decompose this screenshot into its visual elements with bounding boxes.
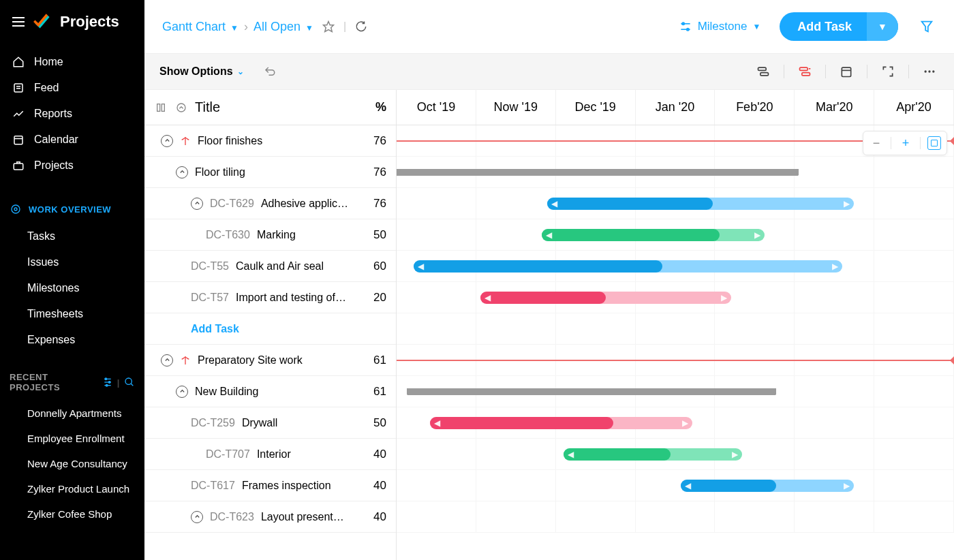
gantt-row[interactable] — [397, 157, 954, 188]
undo-icon[interactable] — [262, 63, 278, 80]
add-task-button[interactable]: Add Task ▼ — [780, 12, 898, 41]
zoom-out-button[interactable]: − — [869, 136, 884, 151]
bar-handle-right[interactable]: ▶ — [754, 230, 760, 240]
task-bar[interactable]: ◀▶ — [564, 448, 742, 461]
collapse-icon[interactable] — [191, 198, 203, 210]
bar-handle-left[interactable]: ◀ — [568, 450, 574, 459]
task-row[interactable]: DC-T57Import and testing of woo..20 — [144, 282, 396, 313]
nav-timesheets[interactable]: Timesheets — [0, 301, 144, 327]
bar-handle-right[interactable]: ▶ — [832, 262, 838, 271]
nav-projects[interactable]: Projects — [0, 153, 144, 178]
gantt-row[interactable] — [397, 501, 954, 533]
task-bar[interactable]: ◀▶ — [430, 417, 692, 429]
nav-issues[interactable]: Issues — [0, 249, 144, 275]
task-bar[interactable]: ◀▶ — [547, 198, 854, 210]
gantt-timeline[interactable]: Oct '19Now '19Dec '19Jan '20Feb'20Mar'20… — [397, 90, 954, 560]
task-bar[interactable]: ◀▶ — [542, 229, 765, 241]
nav-feed[interactable]: Feed — [0, 75, 144, 101]
zoom-in-button[interactable]: + — [898, 136, 913, 151]
recent-project[interactable]: Zylker Cofee Shop — [0, 501, 144, 527]
summary-bar[interactable] — [397, 169, 798, 176]
summary-bar[interactable] — [407, 388, 775, 395]
gantt-row[interactable]: ◀▶ — [397, 439, 954, 470]
bar-handle-right[interactable]: ▶ — [844, 481, 850, 491]
nav-reports[interactable]: Reports — [0, 101, 144, 127]
show-options-toggle[interactable]: Show Options ⌄ — [159, 65, 244, 78]
breadcrumb-view[interactable]: Gantt Chart ▼ — [162, 20, 238, 34]
gantt-row[interactable]: ◀▶ — [397, 188, 954, 219]
task-bar[interactable]: ◀▶ — [681, 480, 854, 492]
work-overview-header[interactable]: WORK OVERVIEW — [0, 184, 144, 223]
task-row[interactable]: Floor tiling76 — [144, 157, 396, 188]
svg-rect-31 — [157, 104, 160, 111]
nav-home[interactable]: Home — [0, 49, 144, 75]
star-icon[interactable] — [320, 18, 337, 35]
filter-icon[interactable] — [917, 17, 936, 36]
fullscreen-icon[interactable] — [878, 62, 897, 81]
gantt-row[interactable]: ◀▶ — [397, 219, 954, 251]
today-icon[interactable] — [837, 62, 856, 81]
add-task-inline[interactable]: Add Task — [191, 323, 348, 335]
recent-project[interactable]: New Age Consultancy — [0, 451, 144, 476]
zoom-fit-button[interactable] — [927, 136, 941, 150]
more-icon[interactable] — [920, 62, 939, 81]
task-row[interactable]: Preparatory Site work61 — [144, 345, 396, 376]
task-row[interactable]: DC-T630Marking50 — [144, 219, 396, 251]
gantt-row[interactable]: ◀▶ — [397, 470, 954, 501]
gantt-row[interactable] — [397, 345, 954, 376]
settings-icon[interactable] — [102, 377, 113, 388]
gantt-row[interactable]: ◀▶ — [397, 282, 954, 313]
breadcrumb-filter[interactable]: All Open ▼ — [253, 20, 313, 34]
collapse-icon[interactable] — [191, 511, 203, 523]
nav-expenses[interactable]: Expenses — [0, 327, 144, 353]
task-row[interactable]: DC-T629Adhesive application76 — [144, 188, 396, 219]
gantt-row[interactable]: ◀▶ — [397, 251, 954, 282]
bar-handle-left[interactable]: ◀ — [546, 230, 552, 240]
task-row[interactable]: Floor finishes76 — [144, 125, 396, 157]
task-name: Adhesive application — [261, 198, 348, 210]
task-row[interactable]: DC-T259Drywall50 — [144, 407, 396, 439]
add-task-dropdown[interactable]: ▼ — [867, 12, 898, 41]
recent-project[interactable]: Donnelly Apartments — [0, 401, 144, 426]
recent-project[interactable]: Zylker Product Launch — [0, 476, 144, 501]
nav-calendar[interactable]: Calendar — [0, 127, 144, 153]
task-row[interactable]: New Building61 — [144, 376, 396, 407]
task-percent: 20 — [355, 291, 386, 305]
bar-handle-right[interactable]: ▶ — [721, 293, 727, 302]
task-row[interactable]: Add Task — [144, 313, 396, 345]
task-row[interactable]: DC-T617Frames inspection40 — [144, 470, 396, 501]
group-by-milestone[interactable]: Milestone ▼ — [679, 20, 761, 33]
bar-handle-left[interactable]: ◀ — [434, 418, 440, 428]
task-row[interactable]: DC-T707Interior40 — [144, 439, 396, 470]
recent-project[interactable]: Employee Enrollment — [0, 426, 144, 451]
task-row[interactable]: DC-T623Layout presentation40 — [144, 501, 396, 533]
collapse-icon[interactable] — [176, 166, 188, 178]
bar-handle-left[interactable]: ◀ — [551, 199, 557, 208]
bar-handle-right[interactable]: ▶ — [844, 199, 850, 208]
refresh-icon[interactable] — [353, 18, 369, 35]
gantt-row[interactable] — [397, 313, 954, 345]
collapse-icon[interactable] — [161, 354, 173, 367]
bar-handle-right[interactable]: ▶ — [732, 450, 738, 459]
nav-tasks[interactable]: Tasks — [0, 223, 144, 249]
task-bar[interactable]: ◀▶ — [414, 260, 843, 273]
baseline-icon[interactable] — [795, 62, 814, 81]
bar-handle-left[interactable]: ◀ — [685, 481, 691, 491]
collapse-icon[interactable] — [176, 386, 188, 398]
search-icon[interactable] — [124, 377, 135, 388]
critical-path-icon[interactable] — [754, 62, 773, 81]
milestone-bar[interactable] — [397, 360, 954, 361]
column-percent: % — [355, 100, 386, 114]
task-row[interactable]: DC-T55Caulk and Air seal60 — [144, 251, 396, 282]
task-bar[interactable]: ◀▶ — [480, 292, 731, 304]
gantt-row[interactable]: ◀▶ — [397, 407, 954, 439]
bar-handle-left[interactable]: ◀ — [484, 293, 491, 302]
nav-milestones[interactable]: Milestones — [0, 275, 144, 301]
expand-all-icon[interactable] — [174, 102, 188, 113]
columns-icon[interactable] — [154, 102, 168, 113]
bar-handle-left[interactable]: ◀ — [418, 262, 424, 271]
menu-icon[interactable] — [12, 17, 25, 27]
collapse-icon[interactable] — [161, 135, 173, 147]
bar-handle-right[interactable]: ▶ — [682, 418, 688, 428]
gantt-row[interactable] — [397, 376, 954, 407]
